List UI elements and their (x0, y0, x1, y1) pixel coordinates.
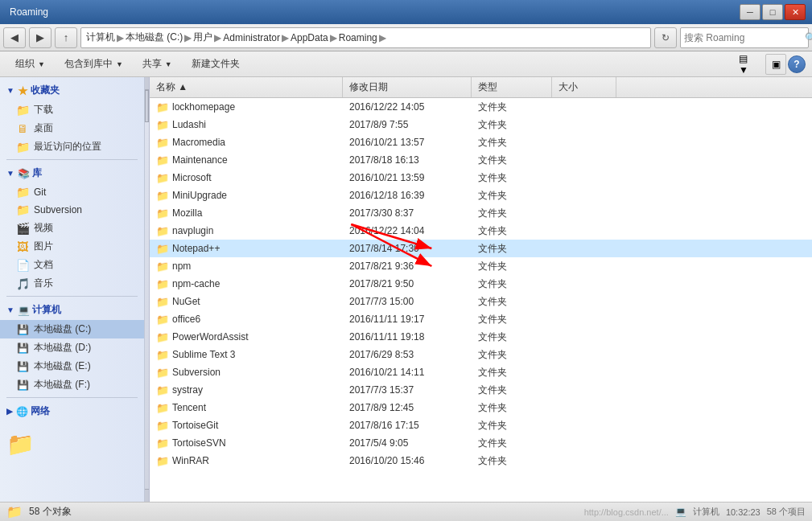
sidebar-bottom: 📁 (0, 425, 144, 464)
file-type-cell: 文件夹 (472, 223, 552, 240)
sidebar-item-drive-c[interactable]: 💾 本地磁盘 (C:) (0, 320, 144, 338)
table-row[interactable]: 📁 Sublime Text 3 2017/6/29 8:53 文件夹 (150, 346, 812, 363)
table-row[interactable]: 📁 office6 2016/11/11 19:17 文件夹 (150, 310, 812, 328)
sidebar-item-drive-e[interactable]: 💾 本地磁盘 (E:) (0, 357, 144, 375)
file-name-cell: 📁 Tencent (150, 400, 343, 416)
scroll-up-button[interactable] (145, 77, 149, 90)
file-date-cell: 2016/10/21 14:11 (343, 365, 472, 379)
file-size-cell (552, 353, 616, 356)
folder-icon: 🎵 (16, 277, 29, 290)
sidebar-item-git[interactable]: 📁 Git (0, 183, 144, 201)
sidebar-item-drive-d[interactable]: 💾 本地磁盘 (D:) (0, 338, 144, 357)
folder-icon: 📁 (156, 137, 169, 149)
column-header-name[interactable]: 名称 ▲ (150, 77, 343, 97)
table-row[interactable]: 📁 Microsoft 2016/10/21 13:59 文件夹 (150, 169, 812, 187)
search-box[interactable]: 🔍 (680, 27, 809, 48)
sidebar-item-video[interactable]: 🎬 视频 (0, 219, 144, 237)
sidebar-section-library-header[interactable]: ▼ 📚 库 (0, 163, 144, 183)
address-bar: ◀ ▶ ↑ 计算机 ▶ 本地磁盘 (C:) ▶ 用户 ▶ Administrat… (0, 24, 812, 51)
column-header-date[interactable]: 修改日期 (343, 77, 472, 97)
panel-toggle-button[interactable]: ▣ (765, 54, 786, 75)
help-button[interactable]: ? (788, 55, 806, 73)
folder-icon: 📁 (156, 119, 169, 131)
file-name-cell: 📁 TortoiseGit (150, 418, 343, 433)
table-row[interactable]: 📁 systray 2017/7/3 15:37 文件夹 (150, 381, 812, 399)
table-row[interactable]: 📁 Maintenance 2017/8/18 16:13 文件夹 (150, 151, 812, 169)
table-row[interactable]: 📁 Tencent 2017/8/9 12:45 文件夹 (150, 399, 812, 416)
table-row[interactable]: 📁 Ludashi 2017/8/9 7:55 文件夹 (150, 116, 812, 133)
sidebar-section-favorites-header[interactable]: ▼ ★ 收藏夹 (0, 80, 144, 101)
table-row[interactable]: 📁 WinRAR 2016/10/20 15:46 文件夹 (150, 452, 812, 470)
table-row[interactable]: 📁 TortoiseGit 2017/8/16 17:15 文件夹 (150, 416, 812, 434)
include-library-button[interactable]: 包含到库中 (56, 54, 132, 75)
table-row[interactable]: 📁 Notepad++ 2017/8/14 17:30 文件夹 (150, 240, 812, 257)
view-options-button[interactable]: ▤ ▼ (738, 54, 759, 75)
sidebar-item-desktop[interactable]: 🖥 桌面 (0, 119, 144, 137)
breadcrumb[interactable]: 计算机 ▶ 本地磁盘 (C:) ▶ 用户 ▶ Administrator ▶ A… (80, 27, 651, 48)
file-name-cell: 📁 Mozilla (150, 206, 343, 221)
breadcrumb-item[interactable]: AppData (291, 32, 328, 43)
sidebar-section-computer-header[interactable]: ▼ 💻 计算机 (0, 300, 144, 320)
folder-icon: 📁 (156, 402, 169, 414)
folder-icon: 📁 (16, 186, 29, 199)
table-row[interactable]: 📁 NuGet 2017/7/3 15:00 文件夹 (150, 293, 812, 310)
up-button[interactable]: ↑ (55, 27, 77, 48)
table-row[interactable]: 📁 npm-cache 2017/8/21 9:50 文件夹 (150, 275, 812, 293)
column-header-type[interactable]: 类型 (472, 77, 552, 97)
table-row[interactable]: 📁 lockhomepage 2016/12/22 14:05 文件夹 (150, 98, 812, 116)
file-date-cell: 2016/12/22 14:05 (343, 100, 472, 114)
table-row[interactable]: 📁 navplugin 2016/12/22 14:04 文件夹 (150, 222, 812, 240)
column-header-size[interactable]: 大小 (552, 77, 616, 97)
breadcrumb-item[interactable]: Administrator (223, 32, 280, 43)
file-date-cell: 2017/3/30 8:37 (343, 206, 472, 220)
folder-icon: 📁 (156, 420, 169, 432)
folder-icon: 📁 (156, 243, 169, 255)
breadcrumb-item[interactable]: 本地磁盘 (C:) (126, 31, 183, 44)
sidebar-section-network-header[interactable]: ▶ 🌐 网络 (0, 401, 144, 421)
share-button[interactable]: 共享 (134, 54, 181, 75)
table-row[interactable]: 📁 npm 2017/8/21 9:36 文件夹 (150, 257, 812, 275)
forward-button[interactable]: ▶ (29, 27, 52, 48)
file-date-cell: 2017/7/3 15:00 (343, 294, 472, 309)
search-icon[interactable]: 🔍 (805, 32, 812, 43)
close-button[interactable]: ✕ (785, 4, 806, 20)
new-folder-button[interactable]: 新建文件夹 (183, 54, 249, 75)
scroll-thumb[interactable] (145, 90, 149, 122)
maximize-button[interactable]: □ (762, 4, 783, 20)
sidebar-item-drive-f[interactable]: 💾 本地磁盘 (F:) (0, 375, 144, 394)
folder-icon: 📁 (156, 225, 169, 237)
sidebar-item-document[interactable]: 📄 文档 (0, 256, 144, 274)
sidebar: ▼ ★ 收藏夹 📁 下载 🖥 桌面 📁 最近访问的位置 ▼ 📚 (0, 77, 145, 502)
back-button[interactable]: ◀ (3, 27, 26, 48)
sidebar-item-music[interactable]: 🎵 音乐 (0, 274, 144, 293)
folder-icon: 🖥 (16, 122, 29, 135)
table-row[interactable]: 📁 TortoiseSVN 2017/5/4 9:05 文件夹 (150, 434, 812, 452)
file-type-cell: 文件夹 (472, 240, 552, 257)
sidebar-item-download[interactable]: 📁 下载 (0, 101, 144, 119)
file-date-cell: 2017/8/9 7:55 (343, 117, 472, 132)
breadcrumb-item[interactable]: 用户 (193, 31, 212, 44)
status-bar: 📁 58 个对象 http://blog.csdn.net/... 💻 计算机 … (0, 502, 812, 521)
drive-icon: 💾 (16, 360, 29, 373)
organize-button[interactable]: 组织 (6, 54, 54, 75)
file-size-cell (552, 388, 616, 392)
scroll-down-button[interactable] (145, 489, 149, 502)
minimize-button[interactable]: ─ (740, 4, 760, 20)
table-row[interactable]: 📁 Mozilla 2017/3/30 8:37 文件夹 (150, 204, 812, 222)
folder-icon: 📁 (16, 203, 29, 216)
refresh-button[interactable]: ↻ (654, 27, 677, 48)
breadcrumb-item[interactable]: Roaming (339, 32, 377, 43)
file-type-cell: 文件夹 (472, 134, 552, 151)
breadcrumb-item[interactable]: 计算机 (86, 31, 115, 44)
sidebar-item-recent[interactable]: 📁 最近访问的位置 (0, 137, 144, 156)
sidebar-item-picture[interactable]: 🖼 图片 (0, 237, 144, 256)
file-list-container: 名称 ▲ 修改日期 类型 大小 📁 lockhomepage 2016/12/2… (150, 77, 812, 502)
sidebar-item-subversion[interactable]: 📁 Subversion (0, 201, 144, 219)
table-row[interactable]: 📁 MiniUpgrade 2016/12/18 16:39 文件夹 (150, 187, 812, 204)
table-row[interactable]: 📁 Subversion 2016/10/21 14:11 文件夹 (150, 363, 812, 381)
search-input[interactable] (684, 32, 805, 43)
table-row[interactable]: 📁 PowerWordAssist 2016/11/11 19:18 文件夹 (150, 328, 812, 346)
file-size-cell (552, 265, 616, 268)
table-row[interactable]: 📁 Macromedia 2016/10/21 13:57 文件夹 (150, 133, 812, 151)
file-name-cell: 📁 systray (150, 383, 343, 398)
